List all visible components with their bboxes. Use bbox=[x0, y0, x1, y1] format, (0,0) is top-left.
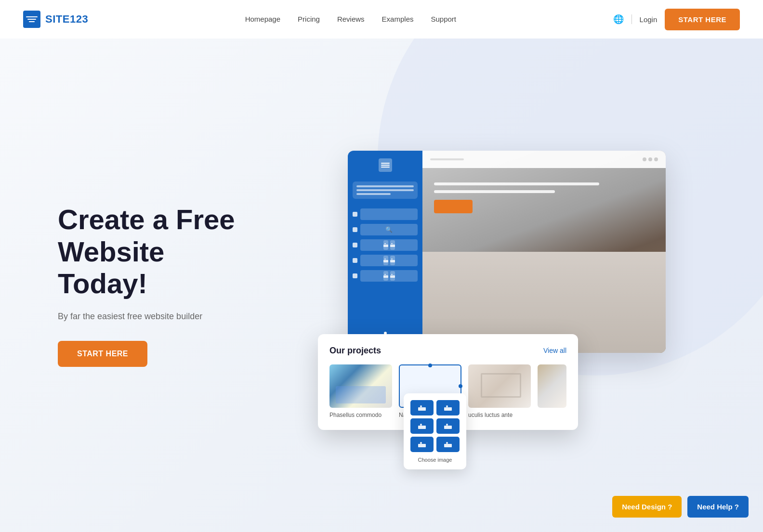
nav-item-pricing[interactable]: Pricing bbox=[298, 15, 320, 23]
hero-title: Create a Free Website Today! bbox=[58, 204, 260, 300]
sidebar-item-4 bbox=[353, 255, 418, 266]
projects-header: Our projects View all bbox=[329, 346, 566, 356]
need-design-button[interactable]: Need Design ? bbox=[612, 496, 682, 518]
nav-item-examples[interactable]: Examples bbox=[382, 15, 414, 23]
picker-image-icon-5 bbox=[418, 441, 426, 447]
sidebar-checkbox-2 bbox=[353, 227, 357, 232]
picker-cell-3[interactable] bbox=[410, 418, 434, 434]
picker-cell-4[interactable] bbox=[436, 418, 460, 434]
sidebar-box-1 bbox=[360, 208, 418, 220]
website-builder-mockup: 🔍 bbox=[348, 151, 666, 353]
overlay-cta-button bbox=[434, 200, 473, 213]
sidebar-checkbox-4 bbox=[353, 258, 357, 263]
picker-cell-5[interactable] bbox=[410, 437, 434, 452]
logo-text: SITE123 bbox=[45, 13, 88, 26]
hero-right: 🔍 bbox=[289, 151, 724, 420]
project-item-4 bbox=[538, 364, 566, 412]
project-thumb-4 bbox=[538, 364, 566, 408]
project-thumb-3 bbox=[468, 364, 531, 408]
sidebar-img-grid-3 bbox=[360, 270, 418, 282]
projects-grid: Phasellus commodo Natoque bbox=[329, 364, 566, 418]
floating-buttons: Need Design ? Need Help ? bbox=[612, 496, 749, 518]
nav-links: Homepage Pricing Reviews Examples Suppor… bbox=[245, 15, 456, 24]
topbar-dot-2 bbox=[648, 157, 652, 161]
hero-section: Create a Free Website Today! By far the … bbox=[0, 39, 763, 532]
nav-item-reviews[interactable]: Reviews bbox=[337, 15, 365, 23]
picker-cell-6[interactable] bbox=[436, 437, 460, 452]
search-icon: 🔍 bbox=[385, 226, 393, 233]
topbar-dot-3 bbox=[654, 157, 658, 161]
sidebar-checkbox-5 bbox=[353, 273, 357, 278]
start-here-button-nav[interactable]: START HERE bbox=[665, 9, 740, 30]
picker-cell-2[interactable] bbox=[436, 400, 460, 415]
image-picker-grid bbox=[410, 400, 460, 452]
mockup-overlay bbox=[422, 168, 666, 353]
sidebar-img-grid-1 bbox=[360, 239, 418, 251]
hero-left: Create a Free Website Today! By far the … bbox=[58, 204, 260, 367]
project-image-3 bbox=[468, 364, 531, 408]
picker-image-icon-1 bbox=[418, 405, 426, 411]
topbar-dot-1 bbox=[643, 157, 646, 161]
mockup-content-area bbox=[422, 151, 666, 353]
projects-card: Our projects View all Phasellus commodo … bbox=[318, 334, 578, 430]
picker-image-icon-2 bbox=[444, 405, 452, 411]
sidebar-panel-1 bbox=[353, 182, 418, 199]
sidebar-box-search: 🔍 bbox=[360, 224, 418, 235]
sidebar-item-3 bbox=[353, 239, 418, 251]
sidebar-img-grid-2 bbox=[360, 255, 418, 266]
topbar-line-1 bbox=[430, 158, 464, 160]
projects-title: Our projects bbox=[329, 346, 381, 356]
overlay-line-1 bbox=[434, 182, 599, 185]
overlay-line-2 bbox=[434, 190, 555, 193]
logo-icon bbox=[23, 11, 40, 28]
sidebar-line-2 bbox=[356, 189, 414, 191]
nav-item-homepage[interactable]: Homepage bbox=[245, 15, 280, 23]
navbar: SITE123 Homepage Pricing Reviews Example… bbox=[0, 0, 763, 39]
project-name-3: uculis luctus ante bbox=[468, 412, 531, 418]
sidebar-items: 🔍 bbox=[353, 208, 418, 282]
picker-cell-1[interactable] bbox=[410, 400, 434, 415]
nav-right: 🌐 Login START HERE bbox=[613, 9, 740, 30]
need-help-button[interactable]: Need Help ? bbox=[687, 496, 749, 518]
project-item-2[interactable]: Natoque Choose image bbox=[399, 364, 461, 418]
project-thumb-1 bbox=[329, 364, 392, 408]
project-image-1 bbox=[329, 364, 392, 408]
mockup-sidebar: 🔍 bbox=[348, 151, 422, 353]
project-item-3: uculis luctus ante bbox=[468, 364, 531, 418]
picker-image-icon-6 bbox=[444, 441, 452, 447]
project-image-4 bbox=[538, 364, 566, 408]
sidebar-checkbox-1 bbox=[353, 212, 357, 217]
sidebar-item-5 bbox=[353, 270, 418, 282]
start-here-button-hero[interactable]: START HERE bbox=[58, 341, 147, 367]
project-item-1: Phasellus commodo bbox=[329, 364, 392, 418]
sidebar-logo-icon bbox=[379, 158, 392, 172]
view-all-link[interactable]: View all bbox=[543, 347, 566, 354]
sidebar-line-1 bbox=[356, 185, 414, 187]
image-picker-popup: Choose image bbox=[404, 393, 466, 469]
picker-image-icon-3 bbox=[418, 423, 426, 429]
mockup-topbar bbox=[422, 151, 666, 168]
sidebar-item-1 bbox=[353, 208, 418, 220]
login-link[interactable]: Login bbox=[640, 15, 658, 24]
picker-image-icon-4 bbox=[444, 423, 452, 429]
logo[interactable]: SITE123 bbox=[23, 11, 88, 28]
sidebar-checkbox-3 bbox=[353, 243, 357, 247]
nav-item-support[interactable]: Support bbox=[431, 15, 456, 23]
hero-subtitle: By far the easiest free website builder bbox=[58, 311, 260, 322]
globe-icon[interactable]: 🌐 bbox=[613, 14, 624, 25]
picker-label: Choose image bbox=[410, 457, 460, 463]
topbar-dots bbox=[643, 157, 658, 161]
sidebar-item-2: 🔍 bbox=[353, 224, 418, 235]
sidebar-line-3 bbox=[356, 193, 391, 195]
nav-divider bbox=[631, 14, 632, 24]
project-name-1: Phasellus commodo bbox=[329, 412, 392, 418]
